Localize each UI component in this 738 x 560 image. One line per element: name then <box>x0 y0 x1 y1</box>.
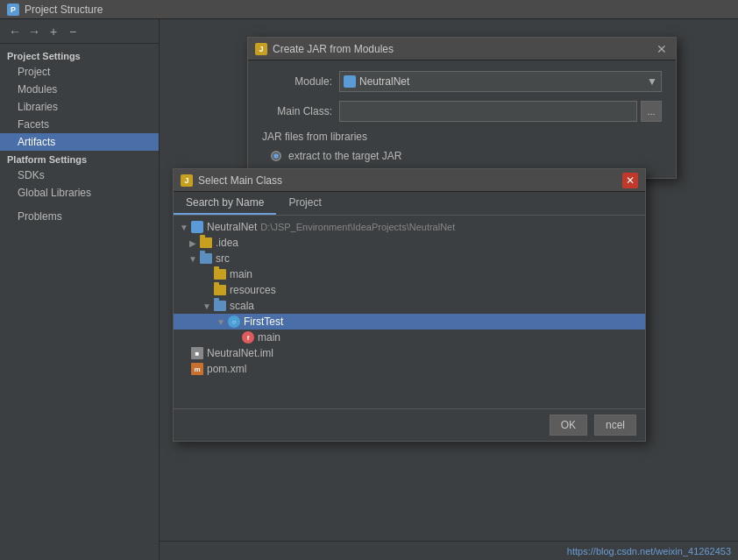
module-select-arrow: ▼ <box>647 75 657 88</box>
folder-icon-idea <box>200 237 212 248</box>
main-layout: ← → + − Project Settings Project Modules… <box>0 19 738 560</box>
sidebar-item-project[interactable]: Project <box>0 63 159 81</box>
sidebar-toolbar: ← → + − <box>0 19 159 44</box>
sidebar-item-artifacts[interactable]: Artifacts <box>0 133 159 151</box>
folder-icon-scala <box>214 301 226 311</box>
tab-project[interactable]: Project <box>276 192 333 215</box>
module-input-wrap: NeutralNet ▼ <box>339 71 662 92</box>
title-bar: P Project Structure <box>0 0 738 19</box>
tree-arrow-scala: ▼ <box>202 301 212 311</box>
create-jar-close-btn[interactable]: ✕ <box>655 42 669 56</box>
select-class-tabs: Search by Name Project <box>174 192 645 216</box>
tree-arrow-neutralnet: ▼ <box>179 222 189 232</box>
tree-item-src[interactable]: ▼ src <box>174 251 645 266</box>
tree-item-main-method[interactable]: ▶ f main <box>174 330 645 345</box>
class-icon-main-method: f <box>242 331 254 344</box>
select-class-dialog: J Select Main Class ✕ Search by Name Pro… <box>173 168 646 442</box>
sidebar-add-btn[interactable]: + <box>46 24 61 39</box>
select-cancel-btn[interactable]: ncel <box>594 415 636 436</box>
extract-radio-label: extract to the target JAR <box>288 150 401 162</box>
create-jar-dialog: J Create JAR from Modules ✕ Module: Neut… <box>247 37 677 179</box>
tree-arrow-idea: ▶ <box>188 237 198 248</box>
class-icon-firsttest: ○ <box>228 315 240 328</box>
tree-arrow-firsttest: ▼ <box>216 316 226 327</box>
mainclass-input[interactable] <box>339 101 637 122</box>
main-content: J Create JAR from Modules ✕ Module: Neut… <box>160 19 738 560</box>
tree-item-neutralnet[interactable]: ▼ NeutralNet D:\JSP_Environment\IdeaProj… <box>174 219 645 235</box>
status-bar: https://blog.csdn.net/weixin_41262453 <box>160 541 738 560</box>
sidebar-item-libraries[interactable]: Libraries <box>0 98 159 116</box>
create-jar-titlebar: J Create JAR from Modules ✕ <box>248 38 676 60</box>
sidebar-content: Project Settings Project Modules Librari… <box>0 44 159 560</box>
window-title: Project Structure <box>25 4 103 16</box>
create-jar-title: Create JAR from Modules <box>273 43 394 55</box>
extract-radio-btn[interactable] <box>271 151 281 161</box>
select-class-close-btn[interactable]: ✕ <box>622 173 638 188</box>
sidebar-forward-btn[interactable]: → <box>26 24 42 39</box>
tree-item-resources[interactable]: ▶ resources <box>174 282 645 298</box>
tree-item-firsttest[interactable]: ▼ ○ FirstTest <box>174 314 645 330</box>
folder-icon-src <box>200 253 212 264</box>
mainclass-label: Main Class: <box>262 105 332 117</box>
create-jar-title-left: J Create JAR from Modules <box>255 43 394 55</box>
tree-item-scala[interactable]: ▼ scala <box>174 298 645 314</box>
select-class-dialog-icon: J <box>181 174 193 187</box>
folder-icon-resources <box>214 285 226 295</box>
project-settings-header: Project Settings <box>0 47 159 63</box>
sidebar-item-facets[interactable]: Facets <box>0 116 159 133</box>
folder-icon-main <box>214 269 226 280</box>
iml-icon: ■ <box>191 347 203 359</box>
tree-item-pom[interactable]: ▶ m pom.xml <box>174 361 645 377</box>
tree-item-idea[interactable]: ▶ .idea <box>174 235 645 251</box>
module-select[interactable]: NeutralNet ▼ <box>339 71 662 92</box>
sidebar-item-problems[interactable]: Problems <box>0 202 159 225</box>
sidebar-item-global-libraries[interactable]: Global Libraries <box>0 184 159 202</box>
sidebar-remove-btn[interactable]: − <box>65 24 81 39</box>
sidebar-item-sdks[interactable]: SDKs <box>0 167 159 184</box>
pom-icon: m <box>191 363 203 375</box>
select-ok-btn[interactable]: OK <box>550 415 587 436</box>
tree-item-main[interactable]: ▶ main <box>174 266 645 282</box>
create-jar-body: Module: NeutralNet ▼ Main Class: <box>248 60 676 178</box>
jar-libraries-label: JAR files from libraries <box>262 131 662 143</box>
mainclass-input-wrap: ... <box>339 101 662 122</box>
create-jar-dialog-icon: J <box>255 43 267 55</box>
platform-settings-header: Platform Settings <box>0 151 159 167</box>
mainclass-browse-btn[interactable]: ... <box>641 101 662 122</box>
module-row: Module: NeutralNet ▼ <box>262 71 662 92</box>
sidebar-item-modules[interactable]: Modules <box>0 81 159 98</box>
select-class-title: Select Main Class <box>198 174 282 187</box>
select-class-titlebar: J Select Main Class ✕ <box>174 169 645 192</box>
tree-arrow-src: ▼ <box>188 253 198 264</box>
tab-search-by-name[interactable]: Search by Name <box>174 192 276 215</box>
sidebar-back-btn[interactable]: ← <box>7 24 23 39</box>
module-label: Module: <box>262 75 332 88</box>
neutralnet-path: D:\JSP_Environment\IdeaProjects\NeutralN… <box>260 222 455 232</box>
project-icon <box>191 221 203 233</box>
sidebar: ← → + − Project Settings Project Modules… <box>0 19 160 560</box>
extract-radio-row: extract to the target JAR <box>262 150 662 162</box>
module-icon <box>344 75 356 88</box>
tree-item-iml[interactable]: ▶ ■ NeutralNet.iml <box>174 345 645 361</box>
status-url: https://blog.csdn.net/weixin_41262453 <box>567 546 731 556</box>
app-icon: P <box>7 4 19 16</box>
mainclass-row: Main Class: ... <box>262 101 662 122</box>
select-dialog-footer: OK ncel <box>174 408 645 441</box>
select-class-tree: ▼ NeutralNet D:\JSP_Environment\IdeaProj… <box>174 216 645 408</box>
